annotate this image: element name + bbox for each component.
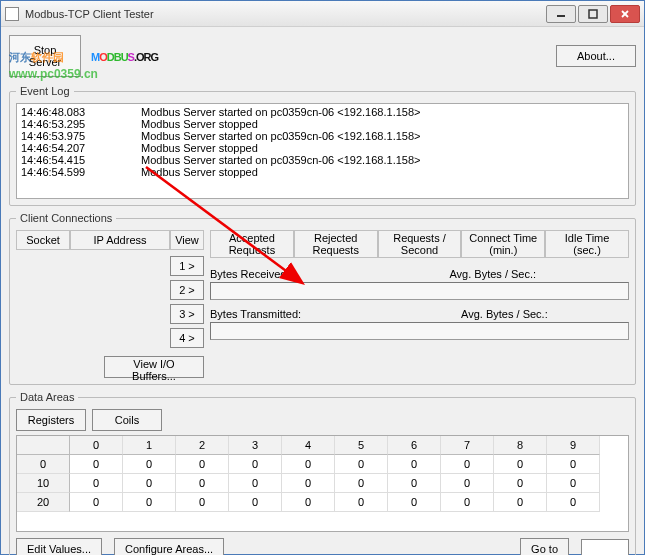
data-cell[interactable]: 0 <box>547 493 600 512</box>
data-cell[interactable]: 0 <box>388 474 441 493</box>
table-row: 20 0000000000 <box>17 493 628 512</box>
table-corner <box>17 436 70 455</box>
data-cell[interactable]: 0 <box>229 493 282 512</box>
col-header: 7 <box>441 436 494 455</box>
event-row: 14:46:48.083Modbus Server started on pc0… <box>21 106 624 118</box>
col-header: 4 <box>282 436 335 455</box>
event-row: 14:46:54.207Modbus Server stopped <box>21 142 624 154</box>
window-title: Modbus-TCP Client Tester <box>25 8 546 20</box>
event-log-group: Event Log 14:46:48.083Modbus Server star… <box>9 85 636 206</box>
col-header: 9 <box>547 436 600 455</box>
col-header: 8 <box>494 436 547 455</box>
app-window: Modbus-TCP Client Tester 河东软件园 www.pc035… <box>0 0 645 555</box>
close-button[interactable] <box>610 5 640 23</box>
edit-values-button[interactable]: Edit Values... <box>16 538 102 555</box>
data-cell[interactable]: 0 <box>335 493 388 512</box>
coils-tab[interactable]: Coils <box>92 409 162 431</box>
col-header: 6 <box>388 436 441 455</box>
data-cell[interactable]: 0 <box>441 493 494 512</box>
event-row: 14:46:53.975Modbus Server started on pc0… <box>21 130 624 142</box>
col-header: 3 <box>229 436 282 455</box>
event-log-legend: Event Log <box>16 85 74 97</box>
rejected-requests-header: Rejected Requests <box>294 230 378 258</box>
data-cell[interactable]: 0 <box>229 474 282 493</box>
connect-time-header: Connect Time (min.) <box>461 230 545 258</box>
data-cell[interactable]: 0 <box>229 455 282 474</box>
minimize-button[interactable] <box>546 5 576 23</box>
registers-tab[interactable]: Registers <box>16 409 86 431</box>
idle-time-header: Idle Time (sec.) <box>545 230 629 258</box>
col-header: 5 <box>335 436 388 455</box>
about-button[interactable]: About... <box>556 45 636 67</box>
data-cell[interactable]: 0 <box>176 455 229 474</box>
table-row: 10 0000000000 <box>17 474 628 493</box>
data-cell[interactable]: 0 <box>547 455 600 474</box>
col-header: 1 <box>123 436 176 455</box>
data-areas-group: Data Areas Registers Coils 0 1 2 3 4 5 6… <box>9 391 636 555</box>
bytes-transmitted-label: Bytes Transmitted: <box>210 306 301 322</box>
view-header: View <box>170 230 204 250</box>
view-io-buffers-button[interactable]: View I/O Buffers... <box>104 356 204 378</box>
svg-rect-1 <box>589 10 597 18</box>
data-cell[interactable]: 0 <box>388 455 441 474</box>
event-row: 14:46:53.295Modbus Server stopped <box>21 118 624 130</box>
data-areas-legend: Data Areas <box>16 391 78 403</box>
view-2-button[interactable]: 2 > <box>170 280 204 300</box>
data-cell[interactable]: 0 <box>335 474 388 493</box>
client-connections-group: Client Connections Socket IP Address Vie… <box>9 212 636 385</box>
titlebar: Modbus-TCP Client Tester <box>1 1 644 27</box>
avg-bytes-sec-2-label: Avg. Bytes / Sec.: <box>461 306 548 322</box>
avg-bytes-sec-1-label: Avg. Bytes / Sec.: <box>449 266 536 282</box>
data-cell[interactable]: 0 <box>70 493 123 512</box>
goto-input[interactable] <box>581 539 629 555</box>
data-cell[interactable]: 0 <box>70 455 123 474</box>
configure-areas-button[interactable]: Configure Areas... <box>114 538 224 555</box>
client-connections-legend: Client Connections <box>16 212 116 224</box>
app-icon <box>5 7 19 21</box>
row-header: 0 <box>17 455 70 474</box>
maximize-button[interactable] <box>578 5 608 23</box>
col-header: 0 <box>70 436 123 455</box>
requests-second-header: Requests / Second <box>378 230 462 258</box>
data-cell[interactable]: 0 <box>123 474 176 493</box>
data-cell[interactable]: 0 <box>123 493 176 512</box>
col-header: 2 <box>176 436 229 455</box>
stop-server-button[interactable]: Stop Server <box>9 35 81 77</box>
data-cell[interactable]: 0 <box>441 455 494 474</box>
ip-header: IP Address <box>70 230 170 250</box>
data-cell[interactable]: 0 <box>70 474 123 493</box>
data-cell[interactable]: 0 <box>388 493 441 512</box>
bytes-received-field <box>210 282 629 300</box>
data-table[interactable]: 0 1 2 3 4 5 6 7 8 9 0 0000000000 10 <box>16 435 629 532</box>
data-cell[interactable]: 0 <box>282 474 335 493</box>
data-cell[interactable]: 0 <box>494 493 547 512</box>
socket-header: Socket <box>16 230 70 250</box>
view-3-button[interactable]: 3 > <box>170 304 204 324</box>
event-log-list[interactable]: 14:46:48.083Modbus Server started on pc0… <box>16 103 629 199</box>
modbus-logo: MODBUS.ORG <box>91 36 391 76</box>
view-4-button[interactable]: 4 > <box>170 328 204 348</box>
row-header: 20 <box>17 493 70 512</box>
data-cell[interactable]: 0 <box>282 493 335 512</box>
event-row: 14:46:54.415Modbus Server started on pc0… <box>21 154 624 166</box>
data-cell[interactable]: 0 <box>176 474 229 493</box>
data-cell[interactable]: 0 <box>335 455 388 474</box>
bytes-received-label: Bytes Received: <box>210 266 289 282</box>
table-row: 0 0000000000 <box>17 455 628 474</box>
event-row: 14:46:54.599Modbus Server stopped <box>21 166 624 178</box>
view-1-button[interactable]: 1 > <box>170 256 204 276</box>
data-cell[interactable]: 0 <box>494 474 547 493</box>
data-cell[interactable]: 0 <box>123 455 176 474</box>
data-cell[interactable]: 0 <box>494 455 547 474</box>
row-header: 10 <box>17 474 70 493</box>
data-cell[interactable]: 0 <box>176 493 229 512</box>
data-cell[interactable]: 0 <box>547 474 600 493</box>
data-cell[interactable]: 0 <box>441 474 494 493</box>
data-cell[interactable]: 0 <box>282 455 335 474</box>
goto-button[interactable]: Go to <box>520 538 569 555</box>
bytes-transmitted-field <box>210 322 629 340</box>
accepted-requests-header: Accepted Requests <box>210 230 294 258</box>
